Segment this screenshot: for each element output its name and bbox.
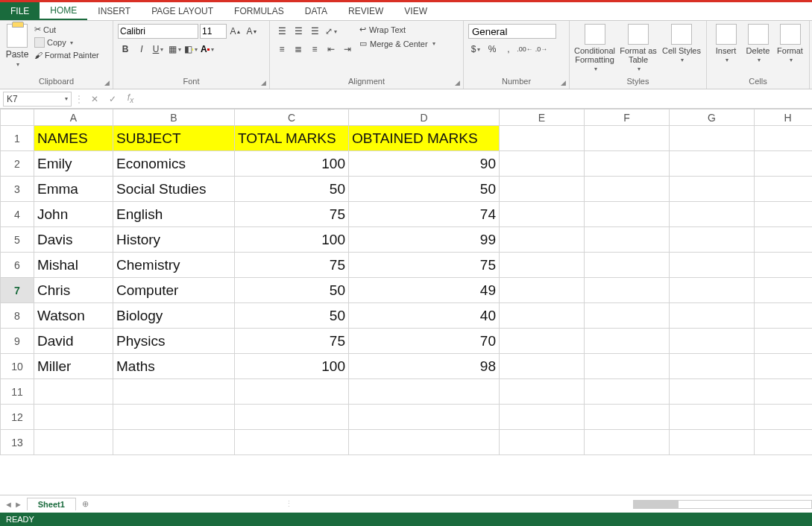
row-header[interactable]: 8 bbox=[1, 303, 34, 329]
cell[interactable] bbox=[755, 126, 813, 151]
cell[interactable]: David bbox=[34, 329, 113, 354]
cell[interactable]: OBTAINED MARKS bbox=[349, 126, 500, 151]
cell[interactable] bbox=[585, 405, 670, 430]
fx-button[interactable]: fx bbox=[124, 92, 137, 106]
cell[interactable]: 75 bbox=[235, 329, 349, 354]
cell[interactable] bbox=[500, 126, 585, 151]
cell[interactable] bbox=[500, 430, 585, 455]
increase-decimal-button[interactable]: .00← bbox=[517, 42, 532, 57]
select-all-corner[interactable] bbox=[1, 110, 34, 126]
font-size-select[interactable] bbox=[200, 24, 227, 39]
align-top-button[interactable]: ☰ bbox=[274, 24, 289, 39]
cell[interactable] bbox=[755, 303, 813, 329]
delete-cells-button[interactable]: Delete▾ bbox=[743, 24, 772, 63]
row-header[interactable]: 12 bbox=[1, 405, 34, 430]
font-name-select[interactable] bbox=[118, 24, 198, 39]
cell[interactable] bbox=[585, 354, 670, 379]
cell[interactable] bbox=[755, 329, 813, 354]
cell[interactable] bbox=[585, 151, 670, 177]
cell[interactable]: John bbox=[34, 202, 113, 227]
col-header-E[interactable]: E bbox=[500, 110, 585, 126]
row-header[interactable]: 9 bbox=[1, 329, 34, 354]
cell[interactable] bbox=[500, 253, 585, 278]
percent-button[interactable]: % bbox=[485, 42, 500, 57]
name-box[interactable]: K7▾ bbox=[3, 92, 72, 107]
name-box-dropdown-icon[interactable]: ▾ bbox=[65, 95, 68, 102]
cell[interactable] bbox=[34, 405, 113, 430]
cell[interactable] bbox=[585, 278, 670, 303]
insert-cells-button[interactable]: Insert▾ bbox=[711, 24, 740, 63]
cell[interactable] bbox=[670, 379, 755, 405]
cell[interactable] bbox=[755, 177, 813, 202]
horizontal-scrollbar[interactable] bbox=[633, 500, 812, 509]
font-dialog-launcher[interactable]: ◢ bbox=[259, 78, 268, 87]
cell[interactable] bbox=[670, 202, 755, 227]
cell[interactable] bbox=[670, 177, 755, 202]
scrollbar-thumb[interactable] bbox=[634, 501, 679, 508]
cell[interactable]: Davis bbox=[34, 227, 113, 253]
cell[interactable] bbox=[670, 227, 755, 253]
cell[interactable]: SUBJECT bbox=[113, 126, 235, 151]
row-header[interactable]: 11 bbox=[1, 379, 34, 405]
cell[interactable] bbox=[500, 354, 585, 379]
cell[interactable]: 100 bbox=[235, 227, 349, 253]
sheet-nav-next[interactable]: ► bbox=[14, 500, 22, 509]
cell[interactable] bbox=[113, 379, 235, 405]
cell[interactable] bbox=[585, 379, 670, 405]
row-header[interactable]: 1 bbox=[1, 126, 34, 151]
align-middle-button[interactable]: ☰ bbox=[291, 24, 306, 39]
cell[interactable] bbox=[755, 202, 813, 227]
orientation-button[interactable]: ⤢▾ bbox=[324, 24, 339, 39]
cell[interactable]: Miller bbox=[34, 354, 113, 379]
cell[interactable]: Emma bbox=[34, 177, 113, 202]
merge-center-button[interactable]: ▭Merge & Center▾ bbox=[358, 38, 437, 49]
cell[interactable] bbox=[670, 430, 755, 455]
tab-file[interactable]: FILE bbox=[0, 2, 40, 20]
cell[interactable] bbox=[113, 405, 235, 430]
tab-data[interactable]: DATA bbox=[295, 2, 338, 20]
cell[interactable] bbox=[670, 303, 755, 329]
font-color-button[interactable]: A▾ bbox=[200, 42, 215, 57]
cell[interactable] bbox=[113, 430, 235, 455]
cell[interactable]: 74 bbox=[349, 202, 500, 227]
cell[interactable] bbox=[500, 278, 585, 303]
row-header[interactable]: 10 bbox=[1, 354, 34, 379]
wrap-text-button[interactable]: ↩Wrap Text bbox=[358, 24, 437, 35]
accounting-format-button[interactable]: $▾ bbox=[468, 42, 483, 57]
copy-button[interactable]: Copy▾ bbox=[33, 37, 101, 48]
cell[interactable]: 70 bbox=[349, 329, 500, 354]
cell[interactable] bbox=[235, 430, 349, 455]
format-as-table-button[interactable]: Format as Table▾ bbox=[618, 24, 658, 72]
add-sheet-button[interactable]: ⊕ bbox=[82, 499, 89, 509]
cell[interactable]: 75 bbox=[235, 202, 349, 227]
number-dialog-launcher[interactable]: ◢ bbox=[558, 78, 567, 87]
align-left-button[interactable]: ≡ bbox=[274, 42, 289, 57]
cell[interactable]: English bbox=[113, 202, 235, 227]
cell[interactable]: NAMES bbox=[34, 126, 113, 151]
cell[interactable] bbox=[585, 177, 670, 202]
cell[interactable] bbox=[500, 177, 585, 202]
decrease-font-button[interactable]: A▼ bbox=[245, 24, 259, 39]
cell[interactable] bbox=[755, 379, 813, 405]
cell[interactable]: 49 bbox=[349, 278, 500, 303]
cell[interactable] bbox=[585, 202, 670, 227]
cell[interactable] bbox=[500, 303, 585, 329]
format-painter-button[interactable]: 🖌Format Painter bbox=[33, 50, 101, 60]
increase-font-button[interactable]: A▲ bbox=[228, 24, 243, 39]
align-center-button[interactable]: ≣ bbox=[291, 42, 306, 57]
align-bottom-button[interactable]: ☰ bbox=[307, 24, 322, 39]
cell[interactable]: Chemistry bbox=[113, 253, 235, 278]
alignment-dialog-launcher[interactable]: ◢ bbox=[453, 78, 462, 87]
cell[interactable] bbox=[755, 253, 813, 278]
cancel-formula-button[interactable]: ✕ bbox=[88, 92, 101, 106]
cell[interactable] bbox=[349, 430, 500, 455]
tab-page-layout[interactable]: PAGE LAYOUT bbox=[141, 2, 224, 20]
row-header[interactable]: 13 bbox=[1, 430, 34, 455]
tab-review[interactable]: REVIEW bbox=[338, 2, 394, 20]
cell[interactable]: 75 bbox=[235, 253, 349, 278]
row-header[interactable]: 5 bbox=[1, 227, 34, 253]
copy-dropdown-icon[interactable]: ▾ bbox=[70, 39, 73, 46]
cell[interactable]: Chris bbox=[34, 278, 113, 303]
col-header-G[interactable]: G bbox=[670, 110, 755, 126]
cell[interactable]: 98 bbox=[349, 354, 500, 379]
